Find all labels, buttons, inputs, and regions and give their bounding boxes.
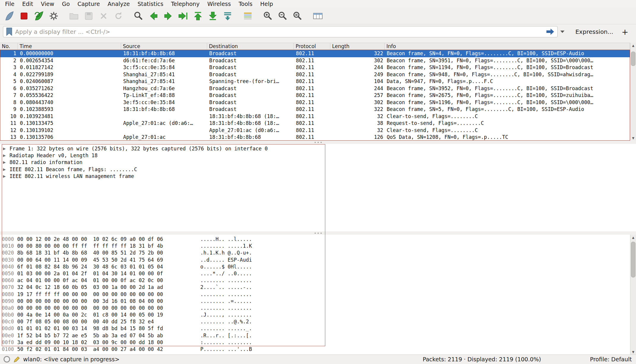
add-filter-button[interactable]: + [621,27,628,36]
expand-arrow-icon[interactable]: ▶ [3,160,9,164]
packet-row[interactable]: 130.130135706Apple_27:01:ac18:31:bf:4b:8… [0,134,630,141]
open-file-button[interactable] [66,9,81,23]
capture-options-button[interactable] [46,9,61,23]
expand-arrow-icon[interactable]: ▶ [3,174,9,178]
hex-row[interactable]: 0060ac 04 01 00 00 0f ac 04 01 00 00 0f … [0,277,636,284]
save-file-button[interactable] [81,9,96,23]
detail-row[interactable]: ▶802.11 radio information [0,159,636,166]
scrollbar-track[interactable] [630,48,636,135]
filter-dropdown-caret[interactable] [558,26,567,37]
stop-capture-button[interactable] [17,9,31,23]
expand-arrow-icon[interactable]: ▶ [3,153,9,158]
menu-telephony[interactable]: Telephony [167,0,203,8]
scrollbar-track[interactable] [630,240,636,349]
packet-row[interactable]: 100.10392348118:31:bf:4b:8b:68 (18:…802.… [0,113,630,120]
packet-row[interactable]: 50.024060087Shanghai_27:85:41Spanning-tr… [0,78,630,85]
column-header-time[interactable]: Time [18,43,121,50]
hex-row[interactable]: 010050 f2 02 01 01 84 00 03 a4 00 00 27 … [0,346,636,353]
filter-bookmark-icon[interactable] [6,28,13,36]
auto-scroll-button[interactable] [220,9,235,23]
zoom-in-button[interactable] [261,9,275,23]
reload-file-button[interactable] [111,9,126,23]
scroll-down-arrow-icon[interactable]: ▼ [630,349,636,355]
packet-row[interactable]: 70.055536422Tp-LinkT_ef:48:88Broadcast80… [0,92,630,99]
go-first-button[interactable] [191,9,205,23]
expand-arrow-icon[interactable]: ▶ [3,167,9,171]
go-forward-button[interactable] [161,9,176,23]
column-header-protocol[interactable]: Protocol [294,43,330,50]
scroll-down-arrow-icon[interactable]: ▼ [630,135,636,141]
packet-row[interactable]: 20.002654354d6:61:fe:cd:7a:6eBroadcast80… [0,57,630,64]
hex-row[interactable]: 00b000 4a 0e 14 00 0a 00 2c 01 c8 00 14 … [0,311,636,318]
menu-capture[interactable]: Capture [74,0,104,8]
hex-row[interactable]: 003000 00 64 00 11 14 00 09 45 53 50 2d … [0,257,636,263]
column-header-no[interactable]: No. [0,43,18,50]
capture-comment-icon[interactable] [13,356,21,363]
zoom-out-button[interactable] [275,9,290,23]
packet-row[interactable]: 110.130133475Apple_27:01:ac (d0:a6:…18:3… [0,120,630,127]
detail-row[interactable]: ▶IEEE 802.11 Beacon frame, Flags: ......… [0,166,636,173]
menu-view[interactable]: View [37,0,58,8]
close-file-button[interactable] [96,9,111,23]
menu-analyze[interactable]: Analyze [104,0,134,8]
hex-dump-scrollbar[interactable]: ▲ ▼ [630,235,636,355]
hex-row[interactable]: 005001 03 00 00 2a 01 04 2f 01 04 30 14 … [0,270,636,277]
hex-row[interactable]: 00406f 01 08 82 84 8b 96 24 30 48 6c 03 … [0,263,636,270]
pane-splitter-bottom[interactable] [0,231,636,235]
menu-file[interactable]: File [1,0,18,8]
detail-row[interactable]: ▶IEEE 802.11 wireless LAN management fra… [0,173,636,180]
hex-row[interactable]: 008019 17 ff ff ff 00 00 00 00 00 00 00 … [0,291,636,298]
detail-row[interactable]: ▶Frame 1: 322 bytes on wire (2576 bits),… [0,145,636,152]
display-filter-input[interactable] [13,28,545,35]
packet-list-scrollbar[interactable]: ▲ ▼ [630,43,636,141]
scrollbar-thumb[interactable] [631,242,635,277]
column-header-info[interactable]: Info [385,43,630,50]
hex-row[interactable]: 00a000 00 00 00 00 00 00 00 00 00 00 00 … [0,305,636,311]
packet-row[interactable]: 80.0804437403e:f5:cc:0e:35:84Broadcast80… [0,99,630,106]
packet-row[interactable]: 10.00000000018:31:bf:4b:8b:68Broadcast80… [0,50,630,57]
hex-row[interactable]: 001000 00 80 00 00 00 ff ff ff ff ff ff … [0,243,636,249]
expert-info-icon[interactable] [3,356,11,363]
packet-row[interactable]: 40.022799189Shanghai_27:85:41Broadcast80… [0,71,630,78]
go-back-button[interactable] [146,9,161,23]
scrollbar-thumb[interactable] [631,52,635,66]
menu-statistics[interactable]: Statistics [134,0,167,8]
hex-row[interactable]: 000000 00 12 00 2e 48 00 00 10 02 6c 09 … [0,236,636,243]
go-to-packet-button[interactable] [176,9,191,23]
resize-columns-button[interactable] [310,9,325,23]
packet-row[interactable]: 90.10238859318:31:bf:4b:8b:68Broadcast80… [0,106,630,113]
menu-tools[interactable]: Tools [235,0,256,8]
filter-apply-arrow-icon[interactable] [545,28,555,36]
hex-row[interactable]: 009000 00 00 00 00 00 00 00 00 3d 16 01 … [0,298,636,305]
hex-row[interactable]: 007032 04 0c 12 18 60 0b 05 03 00 1a 00 … [0,284,636,291]
hex-row[interactable]: 00e01f 52 b4 b5 b7 72 ae e5 5b ab 3a ed … [0,332,636,339]
column-header-destination[interactable]: Destination [207,43,294,50]
scroll-up-arrow-icon[interactable]: ▲ [630,43,636,48]
detail-row[interactable]: ▶Radiotap Header v0, Length 18 [0,152,636,159]
go-last-button[interactable] [205,9,220,23]
hex-row[interactable]: 00f03a ed dd 09 00 10 18 02 03 00 9c 00 … [0,339,636,346]
scroll-up-arrow-icon[interactable]: ▲ [630,235,636,240]
display-filter-field[interactable] [3,26,558,37]
packet-row[interactable]: 60.035271262Hangzhou_cd:7a:6eBroadcast80… [0,85,630,92]
profile-selector[interactable]: Profile: Default [541,356,636,363]
hex-row[interactable]: 00d001 01 01 02 01 00 03 14 98 d8 bd b4 … [0,325,636,332]
hex-row[interactable]: 00c000 7f 08 05 00 08 00 00 00 40 dd 25 … [0,318,636,325]
colorize-packets-button[interactable] [240,9,255,23]
menu-go[interactable]: Go [58,0,74,8]
column-header-length[interactable]: Length [330,43,385,50]
column-header-source[interactable]: Source [121,43,207,50]
packet-row[interactable]: 30.0118271423c:f5:cc:0e:35:84Broadcast80… [0,64,630,71]
menu-edit[interactable]: Edit [18,0,37,8]
menu-wireless[interactable]: Wireless [203,0,235,8]
expand-arrow-icon[interactable]: ▶ [3,147,9,151]
zoom-original-button[interactable] [290,9,305,23]
restart-capture-button[interactable] [31,9,46,23]
hex-row[interactable]: 00208b 68 18 31 bf 4b 8b 68 40 00 85 51 … [0,249,636,256]
packet-row[interactable]: 120.130139102Apple_27:01:ac (d0:a6:…802.… [0,127,630,134]
pane-splitter-top[interactable] [0,141,636,144]
start-capture-button[interactable] [2,9,17,23]
find-packet-button[interactable] [131,9,146,23]
expression-button[interactable]: Expression... [575,28,613,35]
menu-help[interactable]: Help [256,0,277,8]
